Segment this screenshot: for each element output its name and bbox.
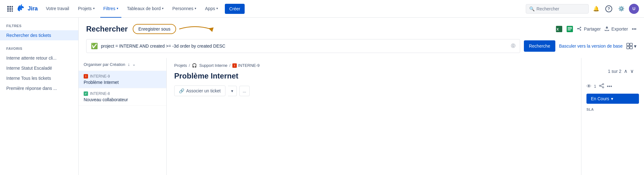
sheet-export-button[interactable]: [566, 26, 573, 32]
issue-detail-panel: Projets / 🎧 Support Interne / ! INTERNE-…: [167, 58, 581, 175]
pagination-row: 1 sur 2 ∧ ∨: [586, 63, 639, 77]
svg-point-21: [602, 87, 604, 88]
create-button[interactable]: Créer: [225, 4, 245, 14]
breadcrumb-support[interactable]: 🎧 Support Interne: [192, 63, 227, 68]
share-icon: [577, 26, 582, 32]
excel-export-button[interactable]: X: [556, 26, 563, 32]
main-content: Rechercher Enregistrer sous: [79, 18, 644, 175]
view-chevron-icon: ▾: [634, 43, 636, 49]
nav-logo[interactable]: Jira: [18, 4, 38, 14]
associate-button[interactable]: 🔗 Associer un ticket: [174, 85, 225, 96]
more-options-button[interactable]: •••: [632, 26, 636, 32]
jql-row: ✅ project = INTERNE AND created >= -3d o…: [79, 39, 644, 58]
issue-list-panel: Organiser par Création ↓ ⌄ ! INTERNE-9 P…: [79, 58, 167, 175]
save-button[interactable]: Enregistrer sous: [133, 24, 176, 34]
breadcrumb-issue[interactable]: ! INTERNE-9: [232, 63, 260, 68]
svg-line-22: [601, 85, 602, 85]
chevron-down-icon: ▾: [162, 7, 164, 10]
sidebar-fav-item-1[interactable]: Interne Statut Escaladé: [0, 63, 78, 73]
issue-type-icon-green: ✓: [84, 91, 88, 96]
content-area: Organiser par Création ↓ ⌄ ! INTERNE-9 P…: [79, 58, 644, 175]
nav-votre-travail[interactable]: Votre travail: [43, 0, 72, 18]
search-button[interactable]: Recherche: [524, 40, 555, 52]
issue-meta-0: ! INTERNE-9: [84, 74, 161, 79]
nav-filtres[interactable]: Filtres ▾: [100, 0, 121, 18]
detail-actions: 🔗 Associer un ticket ▾ ...: [167, 85, 581, 101]
sidebar-fav-item-2[interactable]: Interne Tous les tickets: [0, 73, 78, 83]
breadcrumb-projects[interactable]: Projets: [174, 63, 187, 68]
more-icon: •••: [632, 26, 636, 32]
more-dots-button[interactable]: •••: [607, 84, 612, 89]
sla-label: SLA: [586, 108, 639, 111]
sidebar-fav-item-3[interactable]: Première réponse dans ...: [0, 83, 78, 93]
jql-text: project = INTERNE AND created >= -3d ord…: [101, 44, 508, 49]
grid-icon[interactable]: [5, 4, 15, 14]
svg-text:X: X: [557, 28, 559, 31]
page-header: Rechercher Enregistrer sous: [79, 18, 644, 39]
issue-type-icon: !: [232, 63, 237, 68]
issue-title-1: Nouveau collaborateur: [84, 97, 161, 102]
status-actions: 👁 1 •••: [586, 83, 639, 90]
detail-more-button[interactable]: ...: [239, 86, 250, 96]
pagination-text: 1 sur 2: [608, 69, 621, 74]
chevron-down-icon: ▾: [117, 7, 118, 10]
svg-line-23: [601, 86, 602, 87]
search-icon: 🔍: [529, 6, 535, 11]
associate-chevron-button[interactable]: ▾: [228, 86, 237, 96]
svg-point-20: [599, 85, 601, 86]
help-icon[interactable]: ⓪: [511, 43, 515, 49]
save-annotation: Enregistrer sous: [133, 24, 176, 34]
issue-key-1: INTERNE-8: [90, 91, 110, 96]
sheet-icon: [566, 26, 573, 32]
export-button[interactable]: Exporter: [604, 26, 628, 32]
svg-rect-17: [627, 46, 629, 49]
watch-button[interactable]: 👁: [586, 84, 591, 89]
issue-item-1[interactable]: ✓ INTERNE-8 Nouveau collaborateur: [79, 88, 166, 106]
svg-rect-0: [7, 6, 9, 8]
support-icon: 🎧: [192, 63, 197, 68]
issue-item-0[interactable]: ! INTERNE-9 Problème Internet: [79, 71, 166, 88]
chevron-down-icon: ▾: [93, 7, 95, 10]
search-bar[interactable]: 🔍 Rechercher: [526, 4, 589, 14]
svg-rect-3: [7, 8, 9, 10]
svg-rect-8: [12, 10, 13, 12]
chevron-down-icon: ▾: [611, 96, 613, 101]
sort-direction-icon[interactable]: ↓: [128, 62, 130, 67]
svg-point-19: [602, 84, 604, 85]
nav-projets[interactable]: Projets ▾: [75, 0, 98, 18]
settings-button[interactable]: ⚙️: [616, 4, 626, 14]
status-button[interactable]: En Cours ▾: [586, 94, 639, 104]
page-title: Rechercher: [86, 25, 128, 33]
sidebar-fav-item-0[interactable]: Interne attente retour cli...: [0, 53, 78, 63]
main-layout: Filtres Rechercher des tickets FAVORIS I…: [0, 18, 644, 175]
prev-page-button[interactable]: ∧: [624, 68, 628, 74]
switch-view-button[interactable]: Basculer vers la version de base: [559, 44, 623, 49]
share-button[interactable]: Partager: [577, 26, 601, 32]
notifications-button[interactable]: 🔔: [591, 4, 601, 14]
svg-rect-13: [568, 28, 572, 29]
watch-count: 1: [594, 84, 596, 89]
next-page-button[interactable]: ∨: [630, 68, 634, 74]
nav-apps[interactable]: Apps ▾: [202, 0, 221, 18]
issue-meta-1: ✓ INTERNE-8: [84, 91, 161, 96]
settings-icon: ⚙️: [618, 6, 625, 12]
sidebar: Filtres Rechercher des tickets FAVORIS I…: [0, 18, 79, 175]
svg-rect-7: [9, 10, 11, 12]
share-icon: [599, 83, 604, 89]
svg-rect-1: [9, 6, 11, 8]
navbar: Jira Votre travail Projets ▾ Filtres ▾ T…: [0, 0, 644, 18]
bell-icon: 🔔: [593, 6, 599, 12]
avatar[interactable]: U: [629, 4, 639, 14]
view-toggle[interactable]: ▾: [626, 43, 636, 49]
nav-tableaux[interactable]: Tableaux de bord ▾: [124, 0, 167, 18]
help-button[interactable]: ?: [604, 4, 614, 14]
sort-expand-icon[interactable]: ⌄: [132, 62, 136, 67]
svg-rect-12: [568, 27, 572, 28]
sidebar-item-rechercher[interactable]: Rechercher des tickets: [0, 30, 78, 40]
breadcrumb-sep-2: /: [229, 63, 230, 68]
favorites-title: FAVORIS: [0, 47, 78, 53]
svg-rect-5: [12, 8, 13, 10]
jql-input[interactable]: ✅ project = INTERNE AND created >= -3d o…: [86, 39, 520, 53]
nav-personnes[interactable]: Personnes ▾: [169, 0, 199, 18]
share-icon-btn[interactable]: [599, 83, 604, 90]
